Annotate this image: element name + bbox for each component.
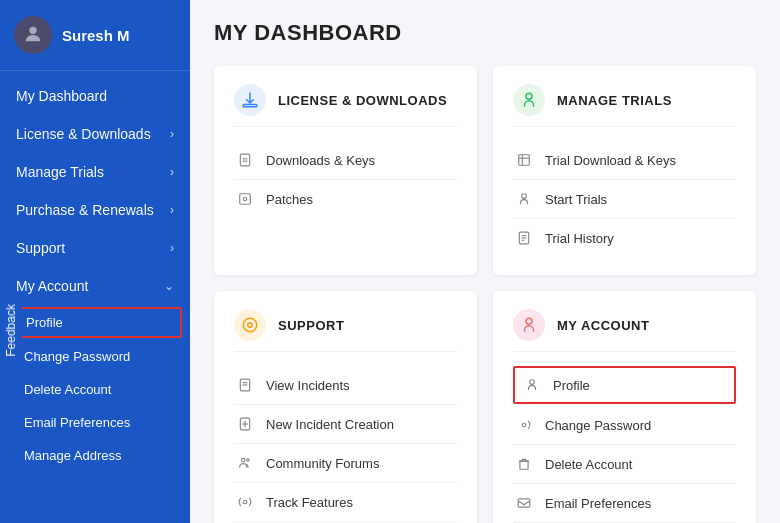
view-incidents-icon — [234, 374, 256, 396]
account-submenu: Profile Change Password Delete Account E… — [0, 305, 190, 472]
card-title-support: SUPPORT — [278, 318, 344, 333]
card-item-profile[interactable]: Profile — [513, 366, 736, 404]
svg-point-31 — [522, 423, 526, 427]
card-item-trial-history[interactable]: Trial History — [513, 219, 736, 257]
profile-icon — [521, 374, 543, 396]
main-content: MY DASHBOARD LICENSE & DOWNLOADS Downloa… — [190, 0, 780, 523]
card-support: SUPPORT View Incidents New Incident Crea… — [214, 291, 477, 523]
sidebar-item-my-dashboard[interactable]: My Dashboard — [0, 77, 190, 115]
card-license-downloads: LICENSE & DOWNLOADS Downloads & Keys Pat… — [214, 66, 477, 275]
chevron-right-icon: › — [170, 165, 174, 179]
email-prefs-icon — [513, 492, 535, 514]
license-card-icon — [234, 84, 266, 116]
new-incident-icon — [234, 413, 256, 435]
trial-history-icon — [513, 227, 535, 249]
svg-point-11 — [522, 194, 527, 199]
svg-rect-8 — [519, 155, 530, 166]
dashboard-grid: LICENSE & DOWNLOADS Downloads & Keys Pat… — [214, 66, 756, 523]
card-item-trial-download-keys[interactable]: Trial Download & Keys — [513, 141, 736, 180]
svg-rect-1 — [243, 105, 257, 107]
svg-point-7 — [526, 93, 532, 99]
svg-rect-32 — [520, 461, 528, 469]
card-item-patches[interactable]: Patches — [234, 180, 457, 218]
trials-card-icon — [513, 84, 545, 116]
card-header-account: MY ACCOUNT — [513, 309, 736, 352]
svg-point-30 — [530, 380, 535, 385]
feedback-tab[interactable]: Feedback — [0, 298, 22, 363]
card-title-license: LICENSE & DOWNLOADS — [278, 93, 447, 108]
card-header-license: LICENSE & DOWNLOADS — [234, 84, 457, 127]
sidebar-item-purchase-renewals[interactable]: Purchase & Renewals › — [0, 191, 190, 229]
sidebar-navigation: My Dashboard License & Downloads › Manag… — [0, 71, 190, 472]
user-profile-header: Suresh M — [0, 0, 190, 71]
sidebar: Suresh M My Dashboard License & Download… — [0, 0, 190, 523]
svg-point-26 — [243, 500, 247, 504]
card-item-view-incidents[interactable]: View Incidents — [234, 366, 457, 405]
card-item-account-change-password[interactable]: Change Password — [513, 406, 736, 445]
trial-download-icon — [513, 149, 535, 171]
account-password-icon — [513, 414, 535, 436]
svg-point-6 — [243, 197, 247, 201]
card-title-trials: MANAGE TRIALS — [557, 93, 672, 108]
sidebar-sub-item-change-password[interactable]: Change Password — [0, 340, 190, 373]
card-item-community-forums[interactable]: Community Forums — [234, 444, 457, 483]
start-trials-icon — [513, 188, 535, 210]
svg-point-29 — [526, 318, 532, 324]
delete-account-icon — [513, 453, 535, 475]
avatar — [14, 16, 52, 54]
card-header-trials: MANAGE TRIALS — [513, 84, 736, 127]
card-item-start-trials[interactable]: Start Trials — [513, 180, 736, 219]
track-features-icon — [234, 491, 256, 513]
svg-rect-5 — [240, 194, 251, 205]
sidebar-item-manage-trials[interactable]: Manage Trials › — [0, 153, 190, 191]
svg-point-24 — [242, 458, 246, 462]
sidebar-sub-item-profile[interactable]: Profile — [8, 307, 182, 338]
sidebar-item-my-account[interactable]: My Account ⌄ — [0, 267, 190, 305]
chevron-down-icon: ⌄ — [164, 279, 174, 293]
svg-rect-33 — [518, 499, 530, 507]
user-avatar-icon — [22, 23, 44, 48]
community-forums-icon — [234, 452, 256, 474]
sidebar-sub-item-email-preferences[interactable]: Email Preferences — [0, 406, 190, 439]
sidebar-sub-item-delete-account[interactable]: Delete Account — [0, 373, 190, 406]
svg-point-25 — [247, 459, 249, 461]
username-label: Suresh M — [62, 27, 130, 44]
account-card-icon — [513, 309, 545, 341]
support-card-icon — [234, 309, 266, 341]
card-item-account-delete[interactable]: Delete Account — [513, 445, 736, 484]
svg-point-0 — [29, 26, 36, 33]
sidebar-sub-item-manage-address[interactable]: Manage Address — [0, 439, 190, 472]
sidebar-item-support[interactable]: Support › — [0, 229, 190, 267]
card-item-track-features[interactable]: Track Features — [234, 483, 457, 522]
card-item-new-incident[interactable]: New Incident Creation — [234, 405, 457, 444]
card-header-support: SUPPORT — [234, 309, 457, 352]
card-my-account: MY ACCOUNT Profile Change Password Delet… — [493, 291, 756, 523]
page-title: MY DASHBOARD — [214, 20, 756, 46]
svg-rect-2 — [240, 154, 249, 166]
chevron-right-icon: › — [170, 241, 174, 255]
svg-point-17 — [248, 323, 253, 328]
chevron-right-icon: › — [170, 127, 174, 141]
card-item-downloads-keys[interactable]: Downloads & Keys — [234, 141, 457, 180]
patches-icon — [234, 188, 256, 210]
downloads-icon — [234, 149, 256, 171]
card-item-account-email-prefs[interactable]: Email Preferences — [513, 484, 736, 523]
chevron-right-icon: › — [170, 203, 174, 217]
sidebar-item-license-downloads[interactable]: License & Downloads › — [0, 115, 190, 153]
card-manage-trials: MANAGE TRIALS Trial Download & Keys Star… — [493, 66, 756, 275]
card-title-account: MY ACCOUNT — [557, 318, 649, 333]
svg-point-16 — [243, 318, 257, 332]
